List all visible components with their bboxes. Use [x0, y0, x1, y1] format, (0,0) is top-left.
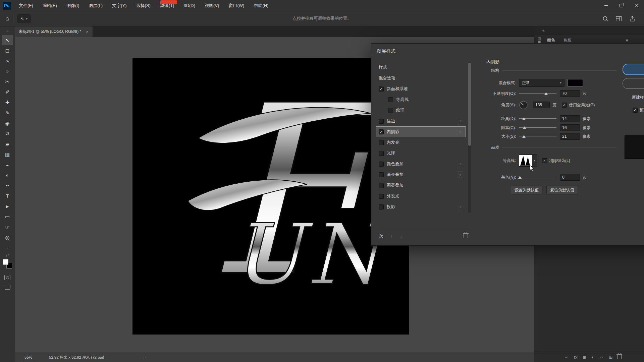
adjustment-layer-icon[interactable]: ◐ [591, 355, 594, 360]
layer-mask-icon[interactable]: ◙ [583, 355, 586, 360]
swap-colors-icon[interactable]: ⇄ [6, 253, 9, 257]
eyedropper-tool[interactable]: ✐ [2, 87, 13, 97]
spot-healing-brush-tool[interactable]: ✚ [2, 97, 13, 108]
set-default-button[interactable]: 设置为默认值 [511, 186, 542, 194]
noise-slider[interactable] [519, 175, 556, 180]
distance-input[interactable] [560, 115, 580, 122]
foreground-color-swatch[interactable] [3, 259, 8, 265]
anti-alias-checkbox[interactable] [542, 158, 547, 163]
move-tool[interactable]: ↖ [2, 35, 13, 45]
style-row-inner-glow[interactable]: 内发光 + [376, 137, 466, 148]
style-row-satin[interactable]: 光泽 + [376, 148, 466, 159]
noise-input[interactable] [560, 174, 580, 181]
workspace-icon[interactable] [616, 16, 622, 22]
hand-tool[interactable]: ☞ [2, 222, 13, 232]
share-icon[interactable] [629, 16, 635, 22]
quick-selection-tool[interactable]: ◌ [2, 66, 13, 76]
shadow-color-swatch[interactable] [568, 79, 583, 86]
rectangle-tool[interactable]: ▭ [2, 212, 13, 222]
dodge-tool[interactable]: ◐ [2, 170, 13, 180]
style-enabled-checkbox[interactable] [379, 162, 384, 167]
angle-dial[interactable] [519, 101, 528, 110]
eraser-tool[interactable]: ▰ [2, 139, 13, 149]
rectangular-marquee-tool[interactable]: ◻ [2, 45, 13, 56]
choke-input[interactable] [560, 124, 580, 131]
size-input[interactable] [560, 133, 580, 140]
choke-slider[interactable] [519, 125, 556, 130]
menu-item[interactable]: 编辑(E) [38, 0, 62, 11]
tab-color[interactable]: 颜色 [547, 38, 555, 43]
close-button[interactable]: × [629, 0, 644, 11]
style-enabled-checkbox[interactable] [388, 97, 393, 102]
minimize-button[interactable] [599, 0, 614, 11]
menu-item[interactable]: 窗口(W) [224, 0, 249, 11]
menu-item[interactable]: 文字(Y) [107, 0, 131, 11]
add-effect-instance-button[interactable]: + [457, 161, 463, 167]
add-effect-instance-button[interactable]: + [457, 172, 463, 178]
home-icon[interactable]: ⌂ [5, 15, 9, 22]
zoom-level[interactable]: 55% [22, 355, 34, 360]
edit-toolbar-icon[interactable]: … [5, 244, 10, 251]
style-enabled-checkbox[interactable] [379, 119, 384, 124]
style-enabled-checkbox[interactable] [379, 140, 384, 145]
move-effect-up-icon[interactable]: ↑ [390, 234, 393, 239]
menu-item[interactable]: 图层(L) [84, 0, 107, 11]
history-brush-tool[interactable]: ↺ [2, 128, 13, 139]
layer-effects-icon[interactable]: fx [574, 355, 577, 360]
crop-tool[interactable]: ✂ [2, 76, 13, 87]
menu-item[interactable]: 选择(S) [131, 0, 155, 11]
collapse-panels-icon[interactable]: « [542, 28, 545, 33]
brush-tool[interactable]: ✎ [2, 108, 13, 118]
styles-list-scrollbar[interactable] [468, 62, 471, 213]
menu-item[interactable]: 文件(F) [14, 0, 38, 11]
style-enabled-checkbox[interactable] [379, 194, 384, 199]
style-enabled-checkbox[interactable] [379, 183, 384, 188]
cancel-button[interactable] [623, 78, 644, 89]
zoom-tool[interactable]: ◎ [2, 232, 13, 243]
new-style-button[interactable]: 新建样式 [632, 95, 644, 100]
restore-button[interactable] [614, 0, 629, 11]
slider-thumb[interactable] [523, 126, 526, 129]
style-row-stroke[interactable]: 描边 + [376, 116, 466, 126]
reset-default-button[interactable]: 复位为默认值 [546, 186, 578, 194]
pen-tool[interactable]: ✒ [2, 180, 13, 191]
tab-close-icon[interactable]: × [86, 29, 89, 34]
slider-thumb[interactable] [522, 117, 526, 120]
slider-thumb[interactable] [544, 92, 548, 95]
style-enabled-checkbox[interactable] [388, 108, 393, 113]
contour-picker-chevron-icon[interactable]: ▾ [532, 154, 537, 167]
blend-mode-select[interactable]: 正常 ▾ [519, 79, 565, 87]
add-effect-instance-button[interactable]: + [457, 204, 463, 210]
slider-thumb[interactable] [522, 135, 526, 138]
use-global-light-checkbox[interactable] [562, 103, 567, 108]
style-enabled-checkbox[interactable] [379, 172, 384, 177]
style-row-blending-options[interactable]: 混合选项 + [376, 73, 466, 83]
collapsed-panel-icons[interactable]: ◫ ▦ [538, 37, 541, 44]
contour-thumbnail[interactable] [519, 155, 532, 167]
link-layers-icon[interactable]: ∞ [565, 355, 568, 360]
style-row-contour[interactable]: 等高线 + [376, 94, 466, 105]
canvas[interactable]: F UN [132, 58, 409, 335]
lasso-tool[interactable]: ∿ [2, 56, 13, 66]
search-icon[interactable] [602, 16, 608, 22]
style-row-pattern-overlay[interactable]: 图案叠加 + [376, 180, 466, 191]
style-row-bevel-emboss[interactable]: 斜面和浮雕 + [376, 83, 466, 94]
group-layers-icon[interactable]: ▱ [600, 355, 603, 360]
clone-stamp-tool[interactable]: ◉ [2, 118, 13, 128]
status-chevron-icon[interactable]: › [144, 355, 146, 359]
menu-item[interactable]: 视图(V) [200, 0, 224, 11]
gradient-tool[interactable]: ▥ [2, 149, 13, 160]
toolbar-collapse-icon[interactable]: » [6, 27, 8, 35]
add-effect-instance-button[interactable]: + [457, 118, 463, 124]
screen-mode-button[interactable] [5, 285, 10, 290]
document-tab[interactable]: 未标题-1 @ 55% (LOGO, RGB/8) * × [15, 26, 93, 37]
style-enabled-checkbox[interactable] [379, 151, 384, 156]
fx-icon[interactable]: fx [376, 233, 383, 239]
current-tool-button[interactable]: ↖ ▾ [17, 14, 31, 23]
style-row-drop-shadow[interactable]: 投影 + [376, 201, 466, 212]
style-row-gradient-overlay[interactable]: 渐变叠加 + [376, 169, 466, 180]
style-enabled-checkbox[interactable] [379, 129, 384, 134]
menu-item[interactable]: 3D(D) [179, 0, 200, 11]
style-row-inner-shadow[interactable]: 内阴影 + [376, 126, 466, 137]
menu-item[interactable]: 图像(I) [62, 0, 84, 11]
